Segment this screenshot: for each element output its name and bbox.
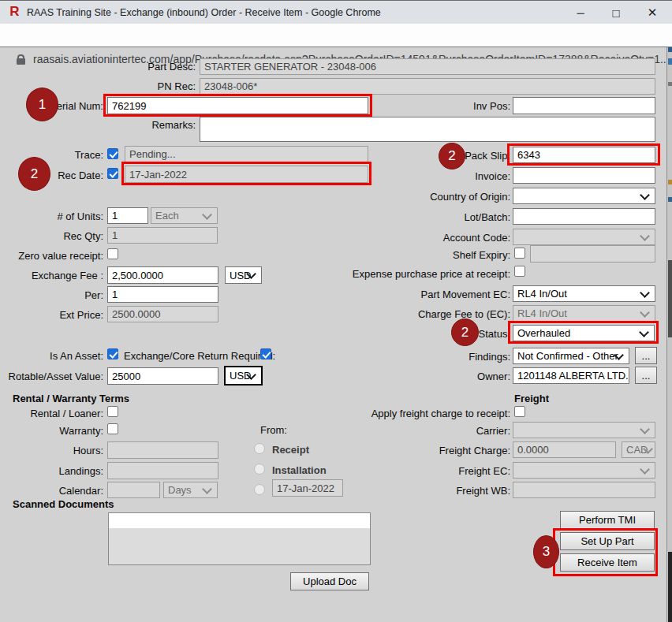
- from-receipt-radio: [254, 443, 265, 454]
- exchange-core-return-checkbox[interactable]: [260, 348, 271, 359]
- exchange-fee-input[interactable]: 2,500.0000: [107, 266, 218, 284]
- inv-pos-input[interactable]: [513, 97, 655, 114]
- freight-header: Freight: [514, 393, 549, 404]
- num-units-unit-value: Each: [155, 210, 179, 222]
- owner-lookup-button[interactable]: ...: [635, 367, 657, 384]
- annotation-rect-pack-slip: [507, 143, 660, 166]
- lot-batch-input[interactable]: [513, 208, 655, 225]
- warranty-label: Warranty:: [59, 425, 103, 437]
- zero-value-receipt-checkbox[interactable]: [107, 248, 118, 259]
- freight-ec-select: [513, 462, 655, 479]
- shelf-expiry-checkbox[interactable]: [514, 248, 525, 259]
- chevron-down-icon: [640, 464, 650, 475]
- landings-field: [107, 462, 218, 479]
- rec-date-checkbox[interactable]: [107, 168, 118, 179]
- invoice-input[interactable]: [513, 167, 655, 184]
- annotation-circle-2b: 2: [439, 143, 465, 169]
- ext-price-field: 2500.0000: [107, 306, 218, 322]
- freight-wb-field: [513, 482, 655, 498]
- rec-date-label: Rec Date:: [58, 169, 103, 181]
- upload-doc-button[interactable]: Upload Doc: [290, 572, 369, 590]
- pn-rec-field: 23048-006*: [200, 78, 655, 95]
- chevron-down-icon: [640, 424, 650, 434]
- charge-fee-to-ec-value: RL4 In/Out: [517, 307, 567, 319]
- findings-select[interactable]: Not Confirmed - Other: [513, 348, 629, 364]
- rental-warranty-header: Rental / Warranty Terms: [13, 393, 129, 404]
- background-window-fragment: [668, 47, 672, 52]
- is-an-asset-label: Is An Asset:: [50, 350, 103, 362]
- part-desc-label: Part Desc:: [147, 61, 196, 73]
- part-movement-ec-value: RL4 In/Out: [517, 288, 567, 300]
- per-label: Per:: [84, 289, 103, 301]
- rec-qty-label: Rec Qty:: [63, 230, 103, 242]
- title-bar: R RAAS Training Site - Exchange (inbound…: [0, 0, 672, 24]
- apply-freight-label: Apply freight charge to receipt:: [371, 408, 510, 419]
- freight-charge-currency-select: CAD: [622, 441, 655, 458]
- trace-field: Pending...: [125, 146, 368, 162]
- rotable-asset-value-input[interactable]: 25000: [107, 367, 218, 385]
- lot-batch-label: Lot/Batch:: [464, 211, 510, 223]
- annotation-circle-2c: 2: [451, 318, 479, 346]
- account-code-select: [513, 229, 655, 245]
- annotation-rect-rec-date: [121, 162, 371, 185]
- from-installation-radio: [254, 464, 265, 475]
- rental-loaner-checkbox[interactable]: [107, 406, 118, 417]
- from-installation-label: Installation: [272, 464, 327, 476]
- num-units-input[interactable]: 1: [107, 207, 148, 224]
- part-movement-ec-select[interactable]: RL4 In/Out: [513, 285, 655, 302]
- shelf-expiry-field: [530, 245, 655, 263]
- findings-value: Not Confirmed - Other: [517, 350, 618, 362]
- landings-label: Landings:: [59, 465, 103, 477]
- warranty-checkbox[interactable]: [107, 423, 118, 434]
- background-scrollbar-thumb: [668, 260, 672, 337]
- country-of-origin-select[interactable]: [513, 188, 655, 204]
- background-window-fragment: [668, 180, 672, 184]
- chevron-down-icon: [640, 231, 650, 241]
- from-receipt-label: Receipt: [272, 444, 309, 456]
- per-input[interactable]: 1: [107, 286, 218, 303]
- country-of-origin-label: Country of Origin:: [430, 191, 510, 203]
- scanned-documents-header: Scanned Documents: [13, 498, 114, 510]
- browser-window: R RAAS Training Site - Exchange (inbound…: [0, 0, 672, 622]
- chevron-down-icon: [202, 210, 212, 220]
- owner-input[interactable]: 1201148 ALBERTA LTD.: [513, 367, 629, 384]
- background-window-edge: [666, 47, 672, 622]
- chevron-down-icon: [640, 190, 650, 200]
- remarks-input[interactable]: [200, 117, 655, 142]
- scanned-documents-empty-row[interactable]: [109, 513, 370, 528]
- trace-label: Trace:: [75, 149, 103, 161]
- expense-purchase-checkbox[interactable]: [514, 266, 525, 277]
- chevron-down-icon: [640, 307, 650, 318]
- findings-lookup-button[interactable]: ...: [635, 347, 657, 364]
- address-bar[interactable]: raasais.aviationintertec.com/app/Purchas…: [0, 24, 672, 47]
- calendar-label: Calendar:: [59, 485, 103, 497]
- from-date-radio: [254, 484, 265, 495]
- background-window-fragment: [668, 58, 672, 65]
- annotation-rect-setup-receive: [553, 528, 658, 576]
- carrier-label: Carrier:: [476, 425, 510, 437]
- close-button[interactable]: ✕: [639, 1, 666, 24]
- ext-price-label: Ext Price:: [59, 309, 103, 321]
- maximize-button[interactable]: □: [603, 1, 629, 24]
- scanned-documents-list[interactable]: [108, 512, 371, 565]
- expense-purchase-label: Expense purchase price at receipt:: [353, 268, 510, 280]
- calendar-unit-select: Days: [163, 482, 218, 498]
- exchange-fee-label: Exchange Fee :: [32, 270, 103, 281]
- background-window-fragment: [668, 552, 672, 622]
- apply-freight-checkbox[interactable]: [514, 406, 525, 417]
- carrier-select: [513, 422, 655, 438]
- owner-label: Owner:: [477, 371, 510, 382]
- rotable-currency-select[interactable]: USD: [224, 366, 263, 385]
- freight-charge-label: Freight Charge:: [439, 445, 510, 456]
- raas-favicon-icon: R: [8, 5, 21, 19]
- perform-tmi-button[interactable]: Perform TMI: [560, 511, 655, 529]
- rental-loaner-label: Rental / Loaner:: [30, 408, 103, 419]
- from-label: From:: [260, 424, 287, 436]
- background-window-fragment: [668, 82, 672, 86]
- trace-checkbox[interactable]: [107, 148, 118, 159]
- is-an-asset-checkbox[interactable]: [107, 348, 118, 359]
- findings-label: Findings:: [469, 351, 510, 363]
- minimize-button[interactable]: ─: [567, 1, 594, 24]
- exchange-fee-currency-select[interactable]: USD: [225, 266, 262, 284]
- lock-icon: [17, 58, 25, 65]
